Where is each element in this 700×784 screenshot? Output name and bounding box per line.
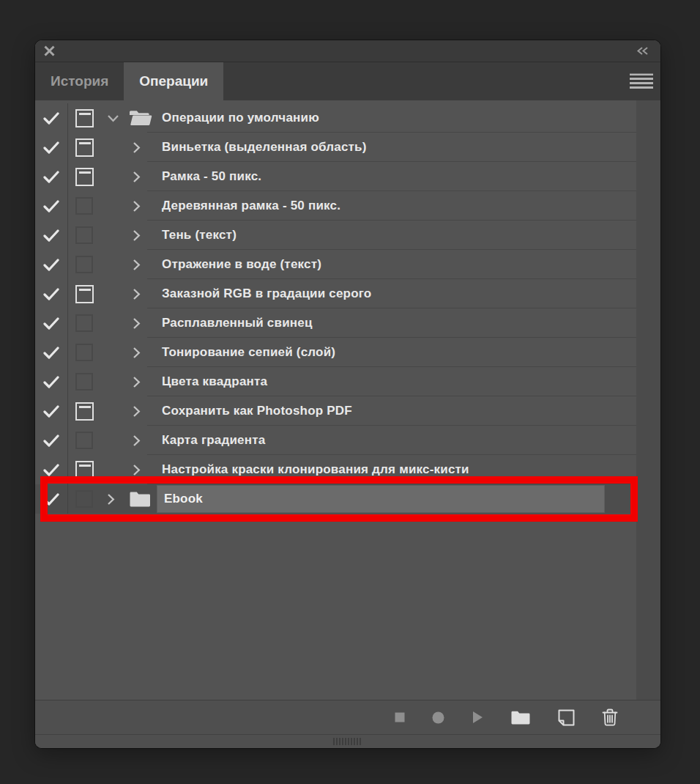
dialog-toggle[interactable]: [68, 426, 105, 455]
chevron-right-icon[interactable]: [133, 171, 141, 183]
delete-button[interactable]: [602, 709, 618, 726]
action-row[interactable]: Заказной RGB в градации серого: [35, 279, 636, 308]
action-label-text: Деревянная рамка - 50 пикс.: [162, 199, 340, 213]
dialog-toggle[interactable]: [68, 484, 105, 514]
action-row[interactable]: Расплавленный свинец: [35, 308, 636, 338]
action-label[interactable]: Операции по умолчанию: [147, 103, 636, 133]
dialog-toggle[interactable]: [68, 338, 105, 367]
dialog-toggle[interactable]: [68, 162, 105, 191]
action-row[interactable]: Ebook: [35, 484, 636, 514]
actions-list-area: Операции по умолчанию: [35, 100, 660, 700]
chevron-right-icon[interactable]: [133, 141, 141, 154]
expand-cell: [105, 396, 147, 426]
action-label[interactable]: Карта градиента: [147, 426, 636, 455]
action-label[interactable]: Тень (текст): [147, 221, 636, 250]
collapse-panel-icon[interactable]: [636, 46, 649, 56]
action-row[interactable]: Деревянная рамка - 50 пикс.: [35, 191, 636, 221]
dialog-toggle[interactable]: [68, 308, 105, 338]
dialog-off-icon: [75, 344, 93, 361]
toggle-item-checkbox[interactable]: [35, 426, 68, 455]
chevron-right-icon[interactable]: [133, 434, 141, 447]
tab-actions[interactable]: Операции: [124, 62, 223, 100]
expand-cell: [105, 250, 147, 279]
dialog-toggle[interactable]: [68, 103, 105, 133]
action-row[interactable]: Рамка - 50 пикс.: [35, 162, 636, 191]
toggle-item-checkbox[interactable]: [35, 279, 68, 308]
action-label[interactable]: Рамка - 50 пикс.: [147, 162, 636, 191]
dialog-off-icon: [75, 314, 93, 332]
play-button[interactable]: [472, 711, 483, 724]
action-row[interactable]: Тень (текст): [35, 221, 636, 250]
tab-history[interactable]: История: [35, 62, 124, 100]
toggle-item-checkbox[interactable]: [35, 250, 68, 279]
action-label[interactable]: Деревянная рамка - 50 пикс.: [147, 191, 636, 221]
action-label-text: Виньетка (выделенная область): [162, 140, 367, 155]
dialog-toggle[interactable]: [68, 396, 105, 426]
chevron-right-icon[interactable]: [133, 288, 141, 300]
panel-menu-icon[interactable]: [630, 74, 653, 89]
toggle-item-checkbox[interactable]: [35, 191, 68, 221]
action-label-text: Цвета квадранта: [162, 374, 267, 389]
action-label[interactable]: Ebook: [147, 484, 636, 514]
chevron-right-icon[interactable]: [133, 317, 141, 330]
chevron-right-icon[interactable]: [133, 347, 141, 359]
chevron-right-icon[interactable]: [133, 229, 141, 242]
action-label[interactable]: Цвета квадранта: [147, 367, 636, 396]
expand-cell: [105, 279, 147, 308]
toggle-item-checkbox[interactable]: [35, 338, 68, 367]
chevron-right-icon[interactable]: [107, 493, 115, 506]
action-label[interactable]: Сохранить как Photoshop PDF: [147, 396, 636, 426]
chevron-right-icon[interactable]: [133, 376, 141, 388]
action-row[interactable]: Карта градиента: [35, 426, 636, 455]
dialog-toggle[interactable]: [68, 133, 105, 162]
action-label[interactable]: Расплавленный свинец: [147, 308, 636, 338]
action-row[interactable]: Виньетка (выделенная область): [35, 133, 636, 162]
dialog-off-icon: [75, 256, 93, 273]
toggle-item-checkbox[interactable]: [35, 221, 68, 250]
dialog-off-icon: [75, 373, 93, 391]
toggle-item-checkbox[interactable]: [35, 308, 68, 338]
toggle-item-checkbox[interactable]: [35, 133, 68, 162]
dialog-toggle[interactable]: [68, 221, 105, 250]
action-row[interactable]: Отражение в воде (текст): [35, 250, 636, 279]
action-label-text: Заказной RGB в градации серого: [162, 286, 371, 301]
close-icon[interactable]: [43, 45, 56, 57]
resize-grip[interactable]: [333, 738, 362, 745]
action-row[interactable]: Сохранить как Photoshop PDF: [35, 396, 636, 426]
action-label[interactable]: Тонирование сепией (слой): [147, 338, 636, 367]
chevron-right-icon[interactable]: [133, 259, 141, 271]
stop-button[interactable]: [395, 712, 405, 722]
new-action-button[interactable]: [558, 709, 575, 726]
chevron-right-icon[interactable]: [133, 464, 141, 476]
chevron-right-icon[interactable]: [133, 200, 141, 212]
action-row[interactable]: Цвета квадранта: [35, 367, 636, 396]
dialog-toggle[interactable]: [68, 367, 105, 396]
check-icon: [43, 464, 59, 476]
action-list: Операции по умолчанию: [35, 100, 636, 514]
toggle-item-checkbox[interactable]: [35, 484, 68, 514]
toggle-item-checkbox[interactable]: [35, 396, 68, 426]
toggle-item-checkbox[interactable]: [35, 103, 68, 133]
action-label[interactable]: Заказной RGB в градации серого: [147, 279, 636, 308]
dialog-toggle[interactable]: [68, 279, 105, 308]
action-label[interactable]: Отражение в воде (текст): [147, 250, 636, 279]
toggle-item-checkbox[interactable]: [35, 367, 68, 396]
dialog-toggle[interactable]: [68, 250, 105, 279]
action-row[interactable]: Операции по умолчанию: [35, 103, 636, 133]
action-label-text: Тонирование сепией (слой): [162, 345, 335, 360]
new-set-button[interactable]: [510, 710, 531, 725]
toggle-item-checkbox[interactable]: [35, 455, 68, 484]
action-label[interactable]: Виньетка (выделенная область): [147, 133, 636, 162]
chevron-down-icon[interactable]: [107, 114, 119, 122]
dialog-toggle[interactable]: [68, 455, 105, 484]
chevron-right-icon[interactable]: [133, 405, 141, 418]
scrollbar-gutter[interactable]: [636, 100, 660, 700]
expand-cell: [105, 103, 147, 133]
dialog-toggle[interactable]: [68, 191, 105, 221]
dialog-on-icon: [75, 168, 94, 186]
action-row[interactable]: Настройка краски клонирования для микс-к…: [35, 455, 636, 484]
record-button[interactable]: [432, 711, 444, 724]
action-label[interactable]: Настройка краски клонирования для микс-к…: [147, 455, 636, 484]
toggle-item-checkbox[interactable]: [35, 162, 68, 191]
action-row[interactable]: Тонирование сепией (слой): [35, 338, 636, 367]
